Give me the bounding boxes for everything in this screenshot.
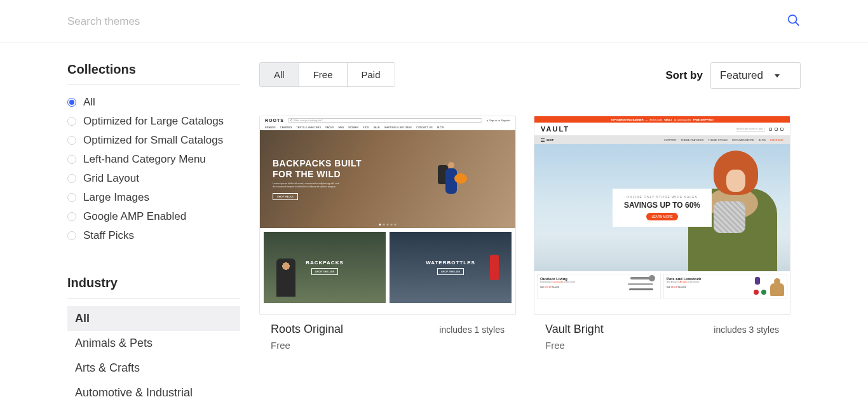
- industry-list: All Animals & Pets Arts & Crafts Automot…: [67, 306, 240, 397]
- theme-styles-count: includes 3 styles: [714, 325, 779, 335]
- nav-item: SALE: [373, 126, 379, 129]
- industry-item-arts[interactable]: Arts & Crafts: [67, 356, 240, 380]
- search-icon: [769, 128, 772, 131]
- preview-search: Search by name or part #: [736, 127, 765, 131]
- collection-option-large-images[interactable]: Large Images: [67, 188, 240, 207]
- theme-name: Vault Bright: [545, 323, 604, 336]
- preview-header: VAULT Search by name or part #: [534, 123, 790, 135]
- nav-phone: 01123 4567: [770, 138, 783, 142]
- radio-icon: [67, 212, 76, 221]
- cat-sub: New Arrivals in accessories at best pric…: [540, 281, 623, 283]
- preview-header: ROOTS What are you looking for? ▲ Sign i…: [260, 116, 515, 124]
- nav-item: CONTACT US: [416, 126, 433, 129]
- price-tab-free[interactable]: Free: [299, 63, 348, 86]
- nav-item: TENTS & SHELTERS: [296, 126, 321, 129]
- theme-card-vault[interactable]: TOP MARKETING BANNER — Enter code VAULT …: [534, 116, 790, 351]
- collection-label: Left-hand Category Menu: [83, 153, 206, 166]
- collection-label: Google AMP Enabled: [83, 210, 186, 223]
- shop-label: SHOP: [546, 138, 553, 142]
- cat-sub: New Arrivals in All Types at best prices: [667, 281, 750, 283]
- preview-tiles: BACKPACKS SHOP THE LINE WATERBOTTLES SHO…: [260, 228, 515, 303]
- tile-button: SHOP THE LINE: [437, 268, 464, 275]
- pets-illustration: [752, 277, 784, 296]
- preview-logo: VAULT: [541, 125, 569, 133]
- radio-icon: [67, 174, 76, 183]
- preview-categories: Outdoor Living New Arrivals in accessori…: [534, 271, 790, 302]
- radio-icon: [67, 155, 76, 164]
- preview-nav: BRANDS CAMPING TENTS & SHELTERS PACKS ME…: [260, 124, 515, 130]
- filter-row: All Free Paid Sort by Featured: [259, 62, 801, 89]
- collection-label: Grid Layout: [83, 172, 139, 185]
- nav-item: BLOG: [759, 138, 766, 142]
- preview-nav: SHOP SUPPORT THEME FEATURES THEME STYLES…: [534, 135, 790, 144]
- nav-item: DOCUMENTATION: [732, 138, 754, 142]
- hero-button: LEARN MORE: [646, 213, 677, 220]
- category-outdoor: Outdoor Living New Arrivals in accessori…: [537, 274, 661, 299]
- nav-item: SUPPORT: [664, 138, 676, 142]
- user-icon: [775, 128, 778, 131]
- tile-button: SHOP THE LINE: [311, 268, 338, 275]
- theme-price: Free: [271, 340, 343, 351]
- nav-item: WOMEN: [348, 126, 358, 129]
- hero-box: ONLINE ONLY STORE WIDE SALES SAVINGS UP …: [613, 189, 712, 227]
- chevron-down-icon: [775, 74, 780, 77]
- banner-text: at Checkout for: [674, 118, 691, 121]
- nav-item: BLOG: [437, 126, 444, 129]
- preview-search-placeholder: What are you looking for?: [294, 119, 323, 122]
- cat-sale: Sale 10% off this week: [667, 286, 750, 288]
- collection-option-small-catalogs[interactable]: Optimized for Small Catalogs: [67, 131, 240, 150]
- search-bar: [0, 0, 868, 43]
- industry-item-all[interactable]: All: [67, 306, 240, 331]
- preview-hero: BACKPACKS BUILT FOR THE WILD Lorem ipsum…: [260, 130, 515, 228]
- tile-title: BACKPACKS: [306, 260, 344, 266]
- nav-item: PACKS: [325, 126, 334, 129]
- banner-code: VAULT: [664, 118, 672, 121]
- collection-option-staff-picks[interactable]: Staff Picks: [67, 226, 240, 245]
- preview-top-banner: TOP MARKETING BANNER — Enter code VAULT …: [534, 116, 790, 123]
- preview-account: ▲ Sign in or Register: [486, 119, 510, 122]
- price-tabs: All Free Paid: [259, 62, 395, 87]
- radio-icon: [67, 98, 76, 107]
- theme-thumbnail: TOP MARKETING BANNER — Enter code VAULT …: [534, 116, 790, 315]
- preview-hero: ONLINE ONLY STORE WIDE SALES SAVINGS UP …: [534, 144, 790, 271]
- hero-subtitle: ONLINE ONLY STORE WIDE SALES: [624, 195, 700, 199]
- theme-name: Roots Original: [271, 323, 343, 336]
- collection-option-large-catalogs[interactable]: Optimized for Large Catalogs: [67, 112, 240, 131]
- industry-item-animals[interactable]: Animals & Pets: [67, 331, 240, 356]
- search-icon: [290, 119, 292, 121]
- collections-list: All Optimized for Large Catalogs Optimiz…: [67, 93, 240, 245]
- nav-item: KIDS: [363, 126, 369, 129]
- collection-option-grid[interactable]: Grid Layout: [67, 169, 240, 188]
- collection-option-left-menu[interactable]: Left-hand Category Menu: [67, 150, 240, 169]
- theme-thumbnail: ROOTS What are you looking for? ▲ Sign i…: [259, 116, 516, 315]
- collection-label: Optimized for Small Catalogs: [83, 134, 223, 147]
- nav-item: SHIPPING & RETURNS: [384, 126, 412, 129]
- price-tab-all[interactable]: All: [260, 63, 299, 86]
- banner-text: TOP MARKETING BANNER: [611, 118, 644, 121]
- radio-icon: [67, 136, 76, 145]
- radio-icon: [67, 117, 76, 126]
- collection-option-all[interactable]: All: [67, 93, 240, 112]
- banner-text: FREE SHIPPING!: [693, 118, 714, 121]
- industry-item-automotive[interactable]: Automotive & Industrial: [67, 380, 240, 397]
- main-content: All Free Paid Sort by Featured ROOTS: [259, 62, 801, 397]
- hero-title: SAVINGS UP TO 60%: [624, 201, 700, 210]
- sidebar: Collections All Optimized for Large Cata…: [67, 62, 240, 397]
- cat-sale: Sale 10% off this week: [540, 286, 623, 288]
- sort-select[interactable]: Featured: [710, 62, 801, 89]
- svg-line-1: [796, 22, 799, 25]
- tile-title: WATERBOTTLES: [426, 260, 475, 266]
- utensils-illustration: [626, 277, 658, 296]
- collection-option-amp[interactable]: Google AMP Enabled: [67, 207, 240, 226]
- collections-heading: Collections: [67, 62, 240, 85]
- theme-card-roots[interactable]: ROOTS What are you looking for? ▲ Sign i…: [259, 116, 516, 351]
- search-icon[interactable]: [787, 13, 801, 30]
- hero-button: SHOP PACKS: [273, 193, 298, 200]
- tile-waterbottles: WATERBOTTLES SHOP THE LINE: [390, 232, 512, 303]
- cart-icon: [780, 128, 783, 131]
- nav-item: THEME STYLES: [709, 138, 728, 142]
- search-input[interactable]: [67, 15, 787, 28]
- price-tab-paid[interactable]: Paid: [348, 63, 395, 86]
- collection-label: Staff Picks: [83, 229, 134, 242]
- nav-item: CAMPING: [280, 126, 292, 129]
